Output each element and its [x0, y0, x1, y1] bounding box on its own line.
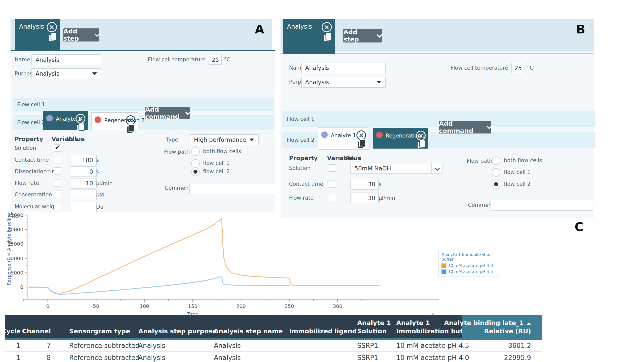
copy-icon[interactable] — [358, 140, 366, 149]
comment-input[interactable] — [189, 184, 277, 194]
analysis-step-tab[interactable]: Analysis × — [283, 19, 335, 54]
value-input[interactable]: 10 — [70, 178, 97, 189]
name-input[interactable]: Analysis — [301, 63, 386, 73]
column-header-sensorgram-type[interactable]: Sensorgram type — [58, 315, 133, 338]
close-icon[interactable]: × — [47, 22, 57, 32]
close-icon[interactable]: × — [126, 115, 135, 125]
command-card-regeneration-2[interactable]: Regeneration 2 × — [91, 112, 138, 130]
copy-icon[interactable] — [324, 33, 332, 42]
flow-cell-temperature-input[interactable]: 25 — [209, 55, 222, 65]
variable-checkbox[interactable] — [54, 156, 61, 163]
property-label: Flow rate — [289, 195, 313, 201]
tab-label: Analysis — [19, 23, 44, 30]
command-card-analyte-1[interactable]: Analyte 1 × — [43, 111, 88, 130]
value-input[interactable] — [70, 202, 97, 212]
value-input[interactable]: 30 — [350, 179, 379, 190]
variable-checkbox[interactable] — [54, 144, 61, 152]
regeneration-dot-icon — [95, 116, 101, 123]
column-header-analyte1-solution[interactable]: Analyte 1Solution — [351, 315, 391, 338]
purpose-value: Analysis — [35, 70, 59, 77]
radio-flow-cell-1[interactable] — [492, 168, 500, 177]
unit-label: µl/min — [379, 195, 395, 201]
analysis-step-tab[interactable]: Analysis × — [15, 19, 60, 51]
svg-text:50: 50 — [93, 303, 99, 309]
radio-label: flow cell 2 — [504, 181, 531, 187]
add-step-label: Add step — [343, 28, 374, 43]
purpose-select[interactable]: Analysis — [31, 68, 101, 79]
variable-checkbox[interactable] — [54, 203, 61, 210]
comment-input[interactable] — [491, 200, 593, 211]
cell-analysis-step-purpose: Analysis — [133, 340, 209, 351]
table-row[interactable]: 1 7 Reference subtracted Analysis Analys… — [5, 340, 542, 352]
close-icon[interactable]: × — [322, 22, 332, 32]
add-command-button[interactable]: Add command — [439, 121, 491, 133]
variable-checkbox[interactable] — [54, 191, 61, 198]
property-row-contact-time: Contact time 30 s — [280, 178, 594, 190]
value-input[interactable]: 30 — [350, 193, 379, 203]
radio-flow-cell-2[interactable] — [492, 180, 500, 189]
column-header-analysis-step-purpose[interactable]: Analysis step purpose — [133, 315, 209, 338]
value-input[interactable]: 0 — [70, 166, 97, 177]
legend-item: 10 mM acetate pH 4.0 — [441, 263, 496, 268]
svg-text:200: 200 — [236, 303, 246, 309]
command-label: Analyte 1 — [331, 132, 356, 139]
solution-dropdown-button[interactable] — [431, 163, 442, 174]
radio-both-flow-cells[interactable] — [191, 147, 200, 156]
radio-flow-cell-1[interactable] — [191, 159, 200, 168]
value-input[interactable]: 180 — [70, 155, 97, 165]
cell-channel: 8 — [28, 352, 58, 362]
radio-both-flow-cells[interactable] — [492, 156, 500, 165]
app-canvas: Analysis × Add step Name Analysis Flow c… — [0, 0, 644, 362]
add-step-button[interactable]: Add step — [343, 29, 382, 42]
step-form: Name Analysis Flow cell temperature 25 °… — [11, 50, 275, 212]
value-input[interactable] — [70, 190, 97, 200]
command-card-analyte-1[interactable]: Analyte 1 × — [318, 127, 369, 150]
cell-cycle: 1 — [5, 352, 28, 362]
temperature-unit: °C — [527, 65, 533, 71]
copy-icon[interactable] — [418, 140, 425, 149]
radio-flow-cell-2[interactable] — [191, 167, 200, 176]
value-header: Value — [343, 155, 361, 161]
unit-label: s — [379, 181, 381, 187]
purpose-value: Analysis — [305, 79, 329, 85]
figure-label-b: B — [576, 22, 585, 36]
close-icon[interactable]: × — [356, 130, 366, 140]
add-step-button[interactable]: Add step — [63, 28, 99, 41]
flow-cell-temperature-input[interactable]: 25 — [511, 63, 525, 73]
variable-checkbox[interactable] — [54, 167, 61, 175]
comment-label: Comment — [165, 185, 191, 191]
solution-input[interactable]: 50mM NaOH — [350, 163, 432, 174]
variable-checkbox[interactable] — [329, 194, 336, 201]
variable-checkbox[interactable] — [329, 164, 336, 172]
close-icon[interactable]: × — [76, 114, 85, 123]
cell-sensorgram-type: Reference subtracted — [58, 340, 133, 351]
command-card-regeneration-2[interactable]: Regeneration 2 × — [373, 128, 428, 149]
column-header-channel[interactable]: Channel — [28, 315, 58, 338]
flow-cell-1-row: Flow cell 1 — [13, 98, 274, 111]
cell-analysis-step-name: Analysis — [209, 340, 284, 351]
variable-checkbox[interactable] — [54, 179, 61, 187]
variable-checkbox[interactable] — [329, 180, 336, 188]
analyte-dot-icon — [321, 131, 328, 138]
radio-label: flow cell 1 — [504, 169, 531, 175]
table-row[interactable]: 1 8 Reference subtracted Analysis Analys… — [5, 352, 542, 362]
purpose-select[interactable]: Analysis — [301, 77, 386, 88]
svg-text:150: 150 — [188, 303, 197, 309]
type-select[interactable]: High performance — [190, 134, 259, 145]
legend-title: Analyte 1 Immobilization buffer — [441, 252, 496, 262]
regeneration-dot-icon — [376, 132, 383, 138]
radio-label: both flow cells — [504, 157, 542, 163]
figure-label-a: A — [255, 22, 264, 36]
copy-icon[interactable] — [127, 125, 135, 133]
add-command-button[interactable]: Add command — [145, 107, 190, 119]
cell-analyte-binding-late: 22995.9 — [462, 352, 542, 362]
column-header-immobilized-ligand[interactable]: Immobilized ligand — [284, 315, 351, 338]
column-header-analyte-binding-late[interactable]: Analyte binding late_1 Relative (RU) — [462, 315, 542, 338]
copy-icon[interactable] — [49, 33, 57, 42]
copy-icon[interactable] — [77, 123, 85, 132]
close-icon[interactable]: × — [416, 131, 426, 140]
figure-label-c: C — [575, 220, 583, 234]
temperature-unit: °C — [224, 57, 230, 63]
name-input[interactable]: Analysis — [31, 54, 101, 65]
column-header-analysis-step-name[interactable]: Analysis step name — [209, 315, 284, 338]
